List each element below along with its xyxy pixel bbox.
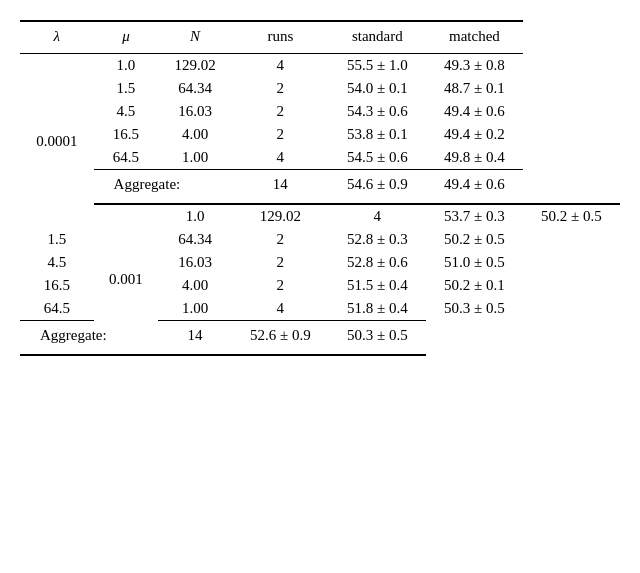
mu-cell: 1.0 (158, 204, 232, 228)
N-cell: 129.02 (158, 54, 232, 78)
mu-cell: 16.5 (20, 274, 94, 297)
mu-cell: 64.5 (20, 297, 94, 321)
lambda-cell: 0.0001 (20, 54, 94, 229)
runs-cell: 4 (232, 297, 329, 321)
header-row: λ μ N runs standard matched (20, 21, 620, 54)
mu-cell: 4.5 (94, 100, 159, 123)
aggregate-label: Aggregate: (20, 321, 158, 356)
standard-cell: 51.5 ± 0.4 (329, 274, 426, 297)
standard-cell: 52.8 ± 0.6 (329, 251, 426, 274)
header-mu: μ (94, 21, 159, 54)
aggregate-runs: 14 (232, 170, 329, 205)
N-cell: 64.34 (158, 228, 232, 251)
runs-cell: 2 (232, 228, 329, 251)
runs-cell: 2 (232, 77, 329, 100)
matched-cell: 50.3 ± 0.5 (426, 297, 523, 321)
standard-cell: 51.8 ± 0.4 (329, 297, 426, 321)
matched-cell: 50.2 ± 0.1 (426, 274, 523, 297)
header-runs: runs (232, 21, 329, 54)
mu-cell: 64.5 (94, 146, 159, 170)
standard-cell: 55.5 ± 1.0 (329, 54, 426, 78)
matched-cell: 49.4 ± 0.2 (426, 123, 523, 146)
aggregate-standard: 52.6 ± 0.9 (232, 321, 329, 356)
mu-cell: 1.0 (94, 54, 159, 78)
aggregate-matched: 49.4 ± 0.6 (426, 170, 523, 205)
standard-cell: 54.5 ± 0.6 (329, 146, 426, 170)
standard-cell: 52.8 ± 0.3 (329, 228, 426, 251)
table-row: 0.00011.0129.02455.5 ± 1.049.3 ± 0.8 (20, 54, 620, 78)
N-cell: 129.02 (232, 204, 329, 228)
header-N: N (158, 21, 232, 54)
matched-cell: 50.2 ± 0.5 (523, 204, 620, 228)
standard-cell: 53.7 ± 0.3 (426, 204, 523, 228)
results-table: λ μ N runs standard matched 0.00011.0129… (20, 20, 620, 356)
header-matched: matched (426, 21, 523, 54)
matched-cell: 49.3 ± 0.8 (426, 54, 523, 78)
matched-cell: 49.4 ± 0.6 (426, 100, 523, 123)
standard-cell: 54.3 ± 0.6 (329, 100, 426, 123)
table-container: λ μ N runs standard matched 0.00011.0129… (20, 20, 620, 356)
N-cell: 64.34 (158, 77, 232, 100)
aggregate-matched: 50.3 ± 0.5 (329, 321, 426, 356)
matched-cell: 48.7 ± 0.1 (426, 77, 523, 100)
mu-cell: 4.5 (20, 251, 94, 274)
table-row: 4.516.03254.3 ± 0.649.4 ± 0.6 (20, 100, 620, 123)
matched-cell: 51.0 ± 0.5 (426, 251, 523, 274)
header-lambda: λ (20, 21, 94, 54)
N-cell: 16.03 (158, 251, 232, 274)
aggregate-row: Aggregate:1452.6 ± 0.950.3 ± 0.5 (20, 321, 620, 356)
aggregate-label: Aggregate: (94, 170, 232, 205)
standard-cell: 53.8 ± 0.1 (329, 123, 426, 146)
runs-cell: 2 (232, 251, 329, 274)
mu-cell: 16.5 (94, 123, 159, 146)
table-row: 1.564.34254.0 ± 0.148.7 ± 0.1 (20, 77, 620, 100)
N-cell: 4.00 (158, 274, 232, 297)
matched-cell: 49.8 ± 0.4 (426, 146, 523, 170)
runs-cell: 2 (232, 274, 329, 297)
N-cell: 1.00 (158, 146, 232, 170)
mu-cell: 1.5 (20, 228, 94, 251)
standard-cell: 54.0 ± 0.1 (329, 77, 426, 100)
table-row: 16.54.00253.8 ± 0.149.4 ± 0.2 (20, 123, 620, 146)
runs-cell: 2 (232, 123, 329, 146)
runs-cell: 2 (232, 100, 329, 123)
N-cell: 1.00 (158, 297, 232, 321)
matched-cell: 50.2 ± 0.5 (426, 228, 523, 251)
aggregate-standard: 54.6 ± 0.9 (329, 170, 426, 205)
mu-cell: 1.5 (94, 77, 159, 100)
table-row: 64.51.00454.5 ± 0.649.8 ± 0.4 (20, 146, 620, 170)
header-standard: standard (329, 21, 426, 54)
aggregate-row: Aggregate:1454.6 ± 0.949.4 ± 0.6 (20, 170, 620, 205)
runs-cell: 4 (329, 204, 426, 228)
aggregate-runs: 14 (158, 321, 232, 356)
runs-cell: 4 (232, 146, 329, 170)
N-cell: 4.00 (158, 123, 232, 146)
table-row: 0.0011.0129.02453.7 ± 0.350.2 ± 0.5 (20, 204, 620, 228)
runs-cell: 4 (232, 54, 329, 78)
N-cell: 16.03 (158, 100, 232, 123)
